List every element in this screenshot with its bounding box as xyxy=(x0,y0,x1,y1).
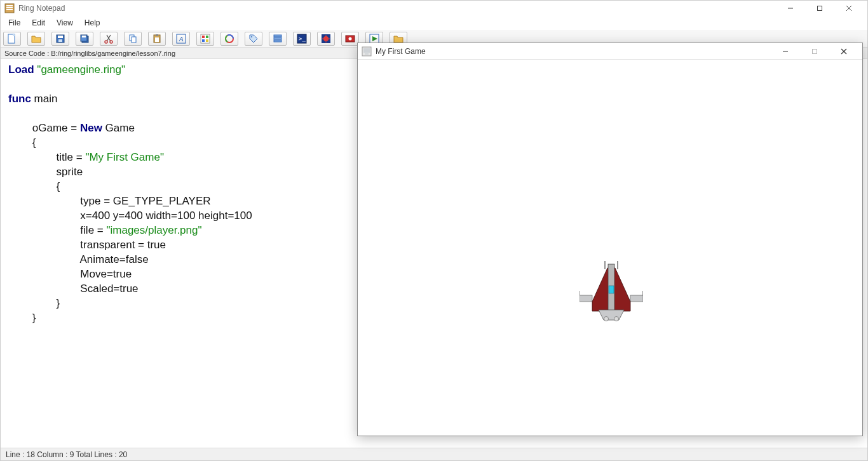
svg-rect-5 xyxy=(818,6,822,11)
game-canvas xyxy=(358,60,862,436)
save-icon[interactable] xyxy=(51,32,69,46)
svg-rect-27 xyxy=(206,36,208,38)
color-icon[interactable] xyxy=(196,32,214,46)
status-bar: Line : 18 Column : 9 Total Lines : 20 xyxy=(1,448,867,460)
debug-bp-icon[interactable] xyxy=(341,32,359,46)
svg-rect-1 xyxy=(6,5,13,6)
str-gameengine: "gameengine.ring" xyxy=(37,63,125,76)
code-l17: } xyxy=(8,297,60,309)
svg-rect-3 xyxy=(6,9,13,10)
game-window: My First Game xyxy=(357,43,863,436)
kw-func: func xyxy=(8,93,34,105)
player-sprite xyxy=(580,260,643,324)
svg-point-44 xyxy=(349,37,352,40)
code-l6: { xyxy=(8,137,36,149)
svg-rect-50 xyxy=(813,49,817,53)
open-icon[interactable] xyxy=(27,32,45,46)
str-file: "images/player.png" xyxy=(106,224,201,236)
code-l18: } xyxy=(8,312,36,324)
code-l13: transparent = true xyxy=(8,239,166,251)
svg-rect-34 xyxy=(274,35,281,37)
ring-icon[interactable] xyxy=(220,32,238,46)
code-l5a: oGame = xyxy=(8,122,80,134)
code-l12a: file = xyxy=(8,224,106,236)
stack-icon[interactable] xyxy=(269,32,287,46)
svg-rect-36 xyxy=(274,40,281,42)
code-l5b: Game xyxy=(105,122,135,134)
status-text: Line : 18 Column : 9 Total Lines : 20 xyxy=(6,450,127,459)
svg-rect-9 xyxy=(13,34,15,36)
svg-point-33 xyxy=(251,36,252,37)
svg-rect-15 xyxy=(82,36,86,37)
svg-marker-57 xyxy=(592,268,610,311)
tag-icon[interactable] xyxy=(245,32,262,46)
svg-marker-63 xyxy=(599,310,624,320)
new-file-icon[interactable] xyxy=(3,32,21,46)
app-icon xyxy=(4,3,15,13)
svg-point-64 xyxy=(604,317,609,321)
svg-rect-62 xyxy=(609,286,614,293)
svg-rect-47 xyxy=(363,48,370,53)
game-minimize-button[interactable] xyxy=(771,43,800,60)
paste-icon[interactable] xyxy=(148,32,166,46)
code-l14: Animate=false xyxy=(8,253,149,265)
id-main: main xyxy=(34,93,58,105)
svg-rect-28 xyxy=(202,39,205,42)
game-maximize-button[interactable] xyxy=(800,43,829,60)
minimize-button[interactable] xyxy=(776,1,805,16)
game-window-title: My First Game xyxy=(376,47,771,56)
svg-point-17 xyxy=(110,41,112,43)
app-title: Ring Notepad xyxy=(18,4,776,13)
svg-rect-19 xyxy=(132,37,136,43)
menu-bar: File Edit View Help xyxy=(1,16,867,30)
menu-help[interactable]: Help xyxy=(79,17,105,29)
font-icon[interactable]: A xyxy=(172,32,190,46)
svg-rect-48 xyxy=(365,53,369,55)
svg-rect-22 xyxy=(155,37,159,42)
title-bar: Ring Notepad xyxy=(1,1,867,16)
code-l16: Scaled=true xyxy=(8,283,139,295)
svg-point-65 xyxy=(614,317,619,321)
code-l8: sprite xyxy=(8,166,83,178)
svg-rect-29 xyxy=(206,39,208,42)
debug-cmd-icon[interactable]: >_ xyxy=(293,32,311,46)
svg-rect-11 xyxy=(58,36,63,38)
kw-load: Load xyxy=(8,63,37,76)
svg-rect-21 xyxy=(156,34,158,36)
window-controls xyxy=(776,1,864,16)
game-close-button[interactable] xyxy=(829,43,858,60)
game-title-bar: My First Game xyxy=(358,43,862,60)
code-l10: type = GE_TYPE_PLAYER xyxy=(8,195,211,207)
kw-new: New xyxy=(80,122,105,134)
debug-icon[interactable] xyxy=(317,32,335,46)
code-l9: { xyxy=(8,180,60,192)
menu-file[interactable]: File xyxy=(3,17,25,29)
close-button[interactable] xyxy=(834,1,864,16)
svg-marker-58 xyxy=(613,268,630,311)
svg-rect-26 xyxy=(202,36,205,38)
svg-rect-12 xyxy=(58,39,62,42)
code-l15: Move=true xyxy=(8,268,132,280)
svg-text:A: A xyxy=(179,35,184,43)
svg-rect-53 xyxy=(580,295,592,302)
svg-rect-2 xyxy=(6,7,13,8)
menu-edit[interactable]: Edit xyxy=(27,17,50,29)
source-path-label: Source Code : B:/ring/ringlibs/gameengin… xyxy=(4,50,175,57)
svg-text:>_: >_ xyxy=(299,36,306,42)
code-l7a: title = xyxy=(8,151,85,163)
str-title: "My First Game" xyxy=(85,151,164,163)
maximize-button[interactable] xyxy=(805,1,834,16)
save-all-icon[interactable] xyxy=(76,32,93,46)
svg-rect-35 xyxy=(274,37,281,39)
menu-view[interactable]: View xyxy=(51,17,78,29)
copy-icon[interactable] xyxy=(124,32,142,46)
code-l11: x=400 y=400 width=100 height=100 xyxy=(8,210,252,222)
cut-icon[interactable] xyxy=(100,32,118,46)
svg-rect-54 xyxy=(630,295,643,302)
game-app-icon xyxy=(362,46,372,57)
svg-point-16 xyxy=(105,41,107,43)
